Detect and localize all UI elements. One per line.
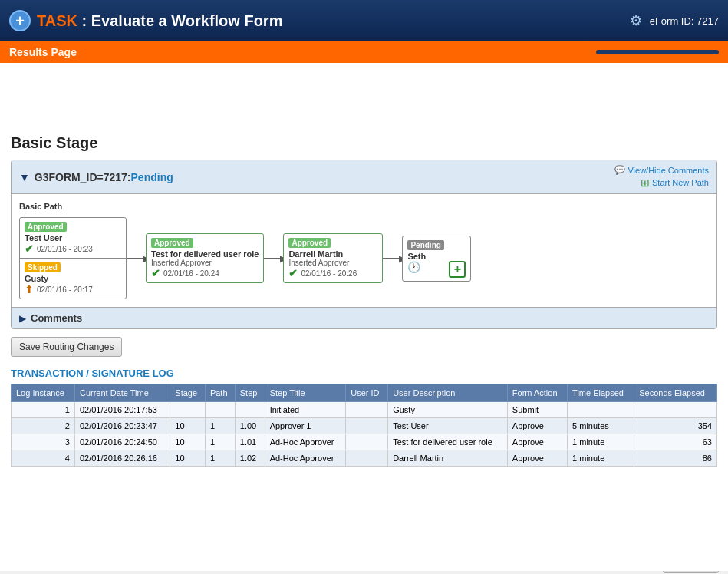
cell-seconds_elapsed: 86 [634,450,717,467]
skipped-date: 02/01/16 - 20:17 [37,285,93,294]
gusty-name: Gusty [25,274,121,283]
cell-stage: 10 [170,418,206,434]
skipped-status: Skipped [25,262,61,272]
cell-user_description: Gusty [388,402,508,418]
cell-user_description: Test for delivered user role [388,434,508,450]
cell-step_title: Ad-Hoc Approver [265,434,346,450]
add-path-icon: ⊞ [641,176,650,189]
cell-step: 1.00 [235,418,265,434]
cell-seconds_elapsed [634,402,717,418]
cell-form_action: Approve [507,450,567,467]
title-colon: : [82,12,91,29]
comments-expand-icon: ▶ [19,313,26,324]
workflow-section: ▼ G3FORM_ID=7217:Pending 💬 View/Hide Com… [11,160,717,329]
cell-form_action: Approve [507,434,567,450]
basic-stage-title: Basic Stage [11,134,717,152]
node-darrell-martin: Approved Darrell Martin Inserted Approve… [283,233,383,283]
cell-step: 1.02 [235,450,265,467]
cell-user_id [346,450,388,467]
arrow1: ▶ [127,258,146,259]
cell-user_id [346,434,388,450]
cell-stage: 10 [170,434,206,450]
cell-user_description: Darrell Martin [388,450,508,467]
path-flow: Approved Test User ✔ 02/01/16 - 20:23 Sk… [19,217,709,299]
workflow-header: ▼ G3FORM_ID=7217:Pending 💬 View/Hide Com… [12,160,716,194]
node-seth: Pending Seth 🕐 + [402,236,471,282]
workflow-id: G3FORM_ID=7217: [35,171,131,183]
table-row: 402/01/2016 20:26:161011.02Ad-Hoc Approv… [12,450,717,467]
approved-status-3: Approved [288,238,331,248]
cell-path: 1 [205,418,235,434]
view-hide-comments-link[interactable]: 💬 View/Hide Comments [614,165,709,175]
cell-step [235,402,265,418]
col-log-instance: Log Instance [12,384,75,402]
cell-step_title: Ad-Hoc Approver [265,450,346,467]
progress-bar [596,50,719,54]
cell-seconds_elapsed: 354 [634,418,717,434]
table-row: 302/01/2016 20:24:501011.01Ad-Hoc Approv… [12,434,717,450]
view-hide-comments-label: View/Hide Comments [628,166,709,175]
check-icon: ✔ [25,242,34,255]
check-icon-2: ✔ [151,267,160,279]
comments-row[interactable]: ▶ Comments [12,307,716,328]
start-new-path-link[interactable]: ⊞ Start New Path [641,176,709,189]
col-path: Path [205,384,235,402]
collapse-arrow-icon[interactable]: ▼ [19,171,30,183]
sub-header: Results Page [0,41,728,63]
node-delivered-user-role: Approved Test for delivered user role In… [146,233,264,283]
seth-name: Seth [407,252,466,261]
cell-user_description: Test User [388,418,508,434]
delivered-date: 02/01/16 - 20:24 [163,269,219,278]
approved-status: Approved [25,222,67,232]
transaction-table: Log Instance Current Date Time Stage Pat… [11,384,717,467]
table-row: 102/01/2016 20:17:53InitiatedGustySubmit [12,402,717,418]
start-new-path-label: Start New Path [652,178,709,187]
eform-id: eForm ID: 7217 [650,15,719,27]
basic-path-area: Basic Path Approved Test User ✔ 02/01/16… [12,194,716,307]
add-step-button[interactable]: + [449,261,466,278]
first-column-node: Approved Test User ✔ 02/01/16 - 20:23 Sk… [19,217,127,299]
main-content: Basic Stage ▼ G3FORM_ID=7217:Pending 💬 V… [0,63,728,571]
task-label: TASK [37,12,77,29]
workflow-title: G3FORM_ID=7217:Pending [35,171,173,183]
cell-user_id [346,418,388,434]
approved-node-top: Approved Test User ✔ 02/01/16 - 20:23 [20,218,126,259]
cell-current_datetime: 02/01/2016 20:23:47 [74,418,170,434]
inserted-approver-label-1: Inserted Approver [151,259,259,267]
cell-step: 1.01 [235,434,265,450]
results-page-label: Results Page [9,46,77,58]
cell-user_id [346,402,388,418]
cell-current_datetime: 02/01/2016 20:17:53 [74,402,170,418]
cell-stage: 10 [170,450,206,467]
delivered-user-role-name: Test for delivered user role [151,249,259,259]
col-current-datetime: Current Date Time [74,384,170,402]
transaction-log-title: TRANSACTION / SIGNATURE LOG [11,368,717,379]
cell-log_instance: 3 [12,434,75,450]
col-step-title: Step Title [265,384,346,402]
skipped-node-bottom: Skipped Gusty ⬆ 02/01/16 - 20:17 [20,259,126,299]
col-time-elapsed: Time Elapsed [568,384,634,402]
cell-path: 1 [205,434,235,450]
title-text: Evaluate a Workflow Form [91,12,283,29]
pending-status: Pending [407,240,443,250]
col-stage: Stage [170,384,206,402]
table-header-row: Log Instance Current Date Time Stage Pat… [12,384,717,402]
col-form-action: Form Action [507,384,567,402]
skip-icon: ⬆ [25,283,34,295]
gear-icon[interactable]: ⚙ [630,12,642,29]
cell-path: 1 [205,450,235,467]
cell-seconds_elapsed: 63 [634,434,717,450]
col-step: Step [235,384,265,402]
arrow3: ▶ [383,258,402,259]
cell-current_datetime: 02/01/2016 20:26:16 [74,450,170,467]
darrell-date: 02/01/16 - 20:26 [301,269,357,278]
check-icon-3: ✔ [288,267,298,279]
inserted-approver-label-2: Inserted Approver [288,259,377,267]
cell-path [205,402,235,418]
approved-status-2: Approved [151,238,193,248]
arrow2: ▶ [264,258,283,259]
save-routing-changes-button[interactable]: Save Routing Changes [11,337,122,357]
cell-step_title: Approver 1 [265,418,346,434]
transaction-log-section: TRANSACTION / SIGNATURE LOG Log Instance… [11,368,717,467]
test-user-name: Test User [25,233,121,242]
